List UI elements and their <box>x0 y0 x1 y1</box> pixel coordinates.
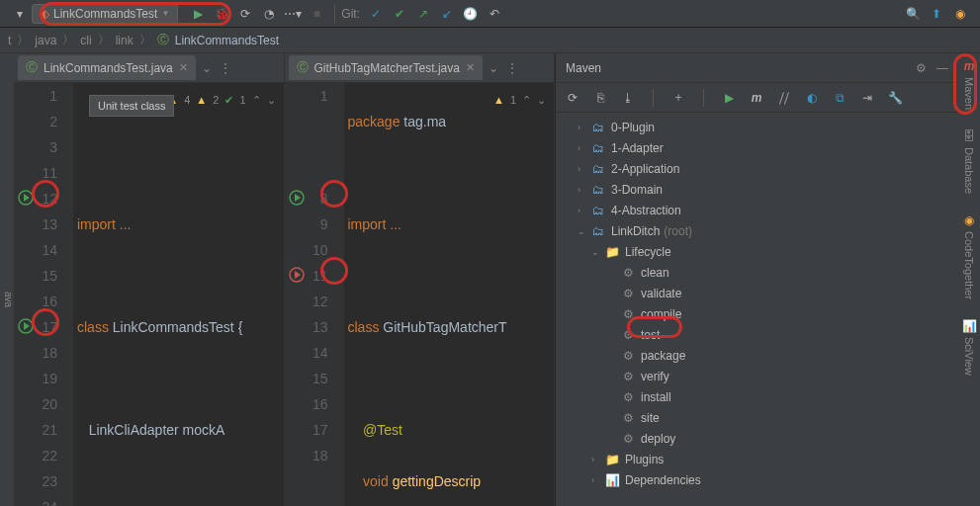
lifecycle-goal-clean[interactable]: ⚙clean <box>556 262 958 283</box>
line-num: 17 <box>285 417 328 443</box>
line-num: 15 <box>14 263 57 289</box>
collapse-icon[interactable]: ⇥ <box>858 89 876 107</box>
database-tab[interactable]: 🗄Database <box>963 129 975 194</box>
run-icon[interactable]: ▶ <box>720 89 738 107</box>
line-gutter: 1 8 9 10 11 12 13 14 15 16 <box>285 83 344 506</box>
git-label: Git: <box>341 7 360 21</box>
lifecycle-goal-compile[interactable]: ⚙compile <box>556 303 958 324</box>
gutter-text: ava <box>3 292 14 307</box>
crumb[interactable]: java <box>35 34 56 47</box>
more-icon[interactable]: ⋮ <box>506 61 518 75</box>
up-icon[interactable]: ⌃ <box>522 87 531 113</box>
debug-button[interactable]: 🐞 <box>212 4 231 24</box>
git-update-icon[interactable]: ✓ <box>366 4 386 24</box>
line-num: 1 <box>14 83 57 109</box>
sync-icon[interactable]: ⬆ <box>927 4 946 24</box>
line-num: 13 <box>14 211 57 237</box>
run-test-icon[interactable] <box>289 267 305 283</box>
maven-root[interactable]: ⌄🗂LinkDitch(root) <box>556 220 958 241</box>
crumb[interactable]: t <box>8 34 11 47</box>
line-num: 24 <box>14 494 57 506</box>
class-icon: Ⓒ <box>297 59 309 76</box>
project-icon[interactable]: ▾ <box>10 4 30 24</box>
editor-tab[interactable]: Ⓒ LinkCommandsTest.java ✕ <box>18 55 196 80</box>
maven-module[interactable]: ›🗂2-Application <box>556 158 958 179</box>
maven-tool-window: Maven ⚙ — ⟳ ⎘ ⭳ ＋ ▶ m ⧸⧸ ◐ ⧉ ⇥ 🔧 ›🗂0-Plu… <box>555 53 958 506</box>
maven-module[interactable]: ›🗂1-Adapter <box>556 137 958 158</box>
code-body[interactable]: package tag.ma import ... class GitHubTa… <box>344 83 555 506</box>
run-button[interactable]: ▶ <box>188 4 208 24</box>
lifecycle-goal-deploy[interactable]: ⚙deploy <box>556 428 958 449</box>
close-icon[interactable]: ✕ <box>466 61 475 74</box>
line-num: 17 <box>14 314 57 340</box>
profile-button[interactable]: ◔ <box>259 4 279 24</box>
line-num: 12 <box>285 289 328 314</box>
crumb[interactable]: cli <box>80 34 91 47</box>
warn-count: 2 <box>213 87 219 113</box>
skip-tests-icon[interactable]: ⧸⧸ <box>775 89 793 107</box>
crumb[interactable]: link <box>116 34 134 47</box>
reload-icon[interactable]: ⟳ <box>564 89 581 107</box>
search-icon[interactable]: 🔍 <box>903 4 923 24</box>
maven-module[interactable]: ›🗂0-Plugin <box>556 117 958 137</box>
ok-count: 1 <box>239 87 245 113</box>
main-toolbar: ▾ ⬖ LinkCommandsTest ▼ ▶ 🐞 ⟳ ◔ ⋯▾ ■ Git:… <box>0 0 980 28</box>
lifecycle-goal-validate[interactable]: ⚙validate <box>556 283 958 303</box>
chevron-down-icon[interactable]: ⌄ <box>489 61 498 75</box>
crumb-file[interactable]: LinkCommandsTest <box>175 34 279 47</box>
download-icon[interactable]: ⭳ <box>619 89 637 107</box>
breadcrumb: t〉 java〉 cli〉 link〉 Ⓒ LinkCommandsTest <box>0 28 980 53</box>
run-test-icon[interactable] <box>18 318 34 334</box>
plugins-folder[interactable]: ›📁Plugins <box>556 449 958 469</box>
offline-icon[interactable]: ◐ <box>803 89 821 107</box>
dependencies-icon[interactable]: ⧉ <box>831 89 848 107</box>
more-icon[interactable]: ⋮ <box>220 61 231 75</box>
run-config-selector[interactable]: ⬖ LinkCommandsTest ▼ <box>32 4 178 24</box>
generate-icon[interactable]: ⎘ <box>591 89 609 107</box>
git-commit-icon[interactable]: ✔ <box>390 4 409 24</box>
maven-module[interactable]: ›🗂3-Domain <box>556 179 958 200</box>
ide-logo-icon[interactable]: ◉ <box>950 4 970 24</box>
line-num: 15 <box>285 366 328 391</box>
lifecycle-goal-install[interactable]: ⚙install <box>556 386 958 407</box>
minimize-icon[interactable]: — <box>936 61 948 75</box>
add-icon[interactable]: ＋ <box>669 89 687 107</box>
dependencies-folder[interactable]: ›📊Dependencies <box>556 469 958 490</box>
down-icon[interactable]: ⌄ <box>537 87 546 113</box>
run-class-icon[interactable] <box>18 190 34 206</box>
close-icon[interactable]: ✕ <box>179 61 188 74</box>
run-class-icon[interactable] <box>289 190 305 206</box>
lifecycle-goal-package[interactable]: ⚙package <box>556 345 958 366</box>
settings-icon[interactable]: 🔧 <box>886 89 904 107</box>
git-push-icon[interactable]: ↗ <box>413 4 433 24</box>
line-num: 1 <box>285 83 328 109</box>
line-num: 3 <box>14 134 57 160</box>
editor-tab[interactable]: Ⓒ GitHubTagMatcherTest.java ✕ <box>289 55 483 80</box>
chevron-down-icon[interactable]: ⌄ <box>202 61 212 75</box>
code-body[interactable]: import ... class LinkCommandsTest { Link… <box>73 83 284 506</box>
git-rollback-icon[interactable]: ↶ <box>485 4 504 24</box>
coverage-button[interactable]: ⟳ <box>235 4 255 24</box>
more-run-icon[interactable]: ⋯▾ <box>283 4 303 24</box>
line-num: 13 <box>285 314 328 340</box>
lifecycle-goal-site[interactable]: ⚙site <box>556 407 958 428</box>
sciview-tab[interactable]: 📊SciView <box>962 319 977 376</box>
gear-icon[interactable]: ⚙ <box>916 61 927 75</box>
left-tool-strip: ava e t m ts <box>0 53 14 506</box>
maven-module[interactable]: ›🗂4-Abstraction <box>556 200 958 220</box>
maven-tab[interactable]: mMaven <box>963 59 975 110</box>
git-pull-icon[interactable]: ↙ <box>437 4 457 24</box>
down-icon[interactable]: ⌄ <box>267 87 276 113</box>
line-num: 23 <box>14 468 57 494</box>
warn-count: 4 <box>184 87 190 113</box>
git-history-icon[interactable]: 🕘 <box>461 4 481 24</box>
codetogether-tab[interactable]: ◉CodeTogether <box>963 213 975 299</box>
line-num: 14 <box>14 237 57 263</box>
maven-m-icon[interactable]: m <box>748 89 765 107</box>
lifecycle-goal-test[interactable]: ⚙test <box>556 324 958 345</box>
inspection-status[interactable]: ▲1 ⌃ ⌄ <box>493 87 546 113</box>
lifecycle-folder[interactable]: ⌄📁Lifecycle <box>556 241 958 262</box>
lifecycle-goal-verify[interactable]: ⚙verify <box>556 366 958 386</box>
up-icon[interactable]: ⌃ <box>252 87 261 113</box>
line-num <box>285 109 328 134</box>
